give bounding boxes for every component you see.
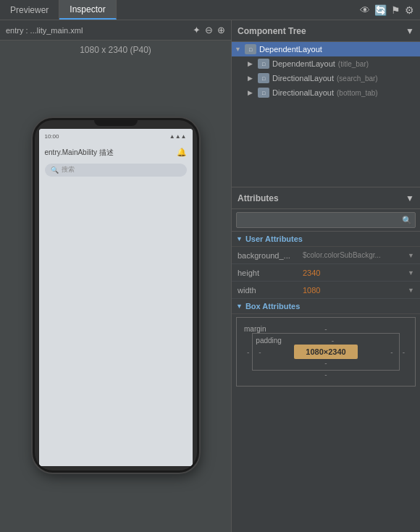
box-padding-top-dash: - bbox=[332, 337, 334, 345]
tab-previewer[interactable]: Previewer bbox=[0, 0, 59, 20]
attributes-title: Attributes bbox=[238, 193, 279, 203]
tree-node-icon-3: □ bbox=[258, 88, 269, 98]
zoom-in-icon[interactable]: ⊕ bbox=[217, 25, 225, 35]
tree-node-name-1: DependentLayout bbox=[272, 59, 335, 68]
tree-node-icon-0: □ bbox=[245, 44, 256, 54]
zoom-out-icon[interactable]: ⊖ bbox=[205, 25, 213, 35]
file-bar: entry : ...lity_main.xml ✦ ⊖ ⊕ bbox=[0, 20, 231, 41]
box-attr-arrow[interactable]: ▼ bbox=[236, 303, 243, 310]
tree-item-0[interactable]: ▼ □ DependentLayout bbox=[232, 42, 420, 56]
box-inner-value: 1080×2340 bbox=[294, 345, 357, 359]
device-label: 1080 x 2340 (P40) bbox=[80, 41, 151, 58]
attr-name-width: width bbox=[238, 286, 303, 295]
box-padding-left-dash: - bbox=[256, 348, 264, 356]
refresh-icon[interactable]: 🔄 bbox=[374, 4, 387, 16]
main-layout: entry : ...lity_main.xml ✦ ⊖ ⊕ 1080 x 23… bbox=[0, 20, 420, 532]
component-tree-collapse[interactable]: ▼ bbox=[406, 26, 414, 36]
box-margin-bottom-row: - bbox=[244, 371, 408, 379]
tree-node-name-3: DirectionalLayout bbox=[272, 88, 334, 97]
tree-node-sub-3: (bottom_tab) bbox=[337, 89, 378, 97]
tree-node-sub-2: (search_bar) bbox=[337, 75, 378, 83]
star-icon[interactable]: ✦ bbox=[193, 25, 201, 35]
attr-value-wrap-height: 2340 ▼ bbox=[303, 269, 414, 277]
box-padding-top-row: padding - pad bbox=[256, 337, 395, 345]
tree-item-3[interactable]: ▶ □ DirectionalLayout (bottom_tab) bbox=[232, 85, 420, 100]
attr-name-background: background_... bbox=[238, 251, 303, 260]
tab-inspector[interactable]: Inspector bbox=[59, 0, 116, 20]
attr-search-input[interactable] bbox=[236, 212, 416, 228]
tree-arrow-2: ▶ bbox=[248, 75, 258, 82]
phone-mockup: 10:00 ▲▲▲ entry.MainAbility 描述 🔔 🔍 搜索 bbox=[33, 118, 199, 473]
box-margin-bottom-value: - bbox=[324, 371, 327, 379]
flag-icon[interactable]: ⚑ bbox=[391, 4, 400, 16]
phone-notch bbox=[94, 120, 138, 126]
tree-area: ▼ □ DependentLayout ▶ □ DependentLayout … bbox=[232, 42, 420, 187]
attr-search-icon: 🔍 bbox=[402, 216, 412, 225]
right-panel: Component Tree ▼ ▼ □ DependentLayout ▶ □… bbox=[232, 20, 420, 532]
attributes-header: Attributes ▼ bbox=[232, 187, 420, 209]
attr-dropdown-height[interactable]: ▼ bbox=[408, 269, 414, 276]
tree-node-icon-1: □ bbox=[258, 59, 269, 69]
attr-value-wrap-width: 1080 ▼ bbox=[303, 286, 414, 295]
tree-item-1[interactable]: ▶ □ DependentLayout (title_bar) bbox=[232, 56, 420, 71]
attr-search-wrap: 🔍 bbox=[236, 212, 416, 228]
attr-row-width: width 1080 ▼ bbox=[232, 282, 420, 299]
search-hint: 搜索 bbox=[62, 165, 75, 174]
user-attr-arrow[interactable]: ▼ bbox=[236, 235, 243, 242]
phone-title-bar: entry.MainAbility 描述 🔔 bbox=[39, 145, 193, 161]
user-attributes-header: ▼ User Attributes bbox=[232, 232, 420, 247]
box-padding-bottom-row: - bbox=[256, 359, 395, 367]
box-middle: - padding - pad - 1080×2340 bbox=[244, 333, 408, 371]
attr-value-width: 1080 bbox=[303, 286, 320, 295]
file-bar-icons: ✦ ⊖ ⊕ bbox=[193, 25, 225, 35]
box-padding-label: padding bbox=[256, 337, 282, 345]
tree-node-name-0: DependentLayout bbox=[259, 45, 322, 54]
settings-icon[interactable]: ⚙ bbox=[405, 4, 414, 16]
attr-name-height: height bbox=[238, 269, 303, 277]
tree-arrow-3: ▶ bbox=[248, 89, 258, 96]
bell-icon: 🔔 bbox=[177, 148, 187, 157]
eye-icon[interactable]: 👁 bbox=[360, 4, 370, 16]
left-panel: entry : ...lity_main.xml ✦ ⊖ ⊕ 1080 x 23… bbox=[0, 20, 232, 532]
tree-item-2[interactable]: ▶ □ DirectionalLayout (search_bar) bbox=[232, 71, 420, 85]
box-attr-title: Box Attributes bbox=[245, 302, 300, 311]
box-padding-bottom-dash: - bbox=[324, 359, 327, 367]
box-padding-middle: - 1080×2340 - bbox=[256, 345, 395, 359]
user-attr-title: User Attributes bbox=[245, 235, 303, 243]
tree-arrow-1: ▶ bbox=[248, 60, 258, 67]
phone-status-bar: 10:00 ▲▲▲ bbox=[39, 129, 193, 145]
box-padding-area: padding - pad - 1080×2340 - bbox=[252, 333, 399, 371]
box-attributes-header: ▼ Box Attributes bbox=[232, 299, 420, 314]
attr-value-wrap-background: $color.colorSubBackgr... ▼ bbox=[303, 251, 414, 259]
attributes-section: Attributes ▼ 🔍 ▼ User Attributes backgro… bbox=[232, 187, 420, 532]
box-margin-right: - bbox=[400, 348, 408, 356]
attr-dropdown-width[interactable]: ▼ bbox=[408, 287, 414, 294]
tab-bar: Previewer Inspector 👁 🔄 ⚑ ⚙ bbox=[0, 0, 420, 20]
tab-icons: 👁 🔄 ⚑ ⚙ bbox=[360, 4, 420, 16]
signal-icons: ▲▲▲ bbox=[169, 133, 187, 140]
box-outer: margin - margin - padding - pad bbox=[240, 321, 412, 383]
tree-node-icon-2: □ bbox=[258, 73, 269, 83]
box-diagram: margin - margin - padding - pad bbox=[236, 317, 416, 387]
search-icon-small: 🔍 bbox=[51, 166, 59, 174]
attr-value-height: 2340 bbox=[303, 269, 320, 277]
attr-dropdown-background[interactable]: ▼ bbox=[408, 252, 414, 259]
phone-screen: 10:00 ▲▲▲ entry.MainAbility 描述 🔔 🔍 搜索 bbox=[39, 129, 193, 466]
attr-search-area: 🔍 bbox=[232, 209, 420, 232]
phone-search-bar: 🔍 搜索 bbox=[45, 164, 187, 177]
file-path: entry : ...lity_main.xml bbox=[6, 26, 83, 35]
box-margin-top-row: margin - margin bbox=[244, 325, 408, 333]
time-display: 10:00 bbox=[45, 133, 59, 140]
component-tree-title: Component Tree bbox=[238, 26, 306, 36]
attr-row-background: background_... $color.colorSubBackgr... … bbox=[232, 247, 420, 264]
box-margin-label: margin bbox=[244, 325, 266, 333]
phone-body bbox=[39, 180, 193, 466]
attributes-collapse[interactable]: ▼ bbox=[406, 193, 414, 203]
component-tree-header: Component Tree ▼ bbox=[232, 20, 420, 42]
attr-row-height: height 2340 ▼ bbox=[232, 264, 420, 282]
box-margin-top-value: - bbox=[324, 325, 327, 333]
attr-value-background: $color.colorSubBackgr... bbox=[303, 251, 381, 259]
phone-container: 10:00 ▲▲▲ entry.MainAbility 描述 🔔 🔍 搜索 bbox=[25, 58, 206, 532]
phone-app-title: entry.MainAbility 描述 bbox=[45, 148, 114, 158]
tree-node-name-2: DirectionalLayout bbox=[272, 74, 334, 83]
